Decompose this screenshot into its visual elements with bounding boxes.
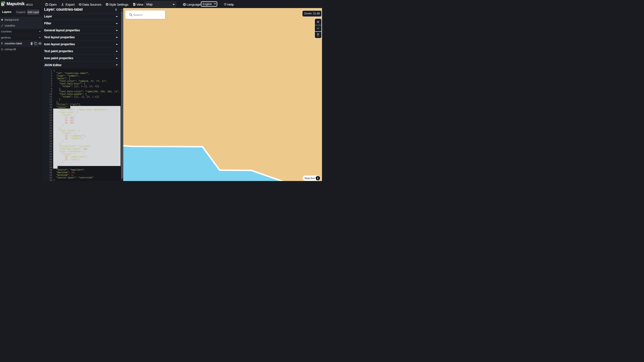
svg-text:?: ? (225, 3, 226, 5)
